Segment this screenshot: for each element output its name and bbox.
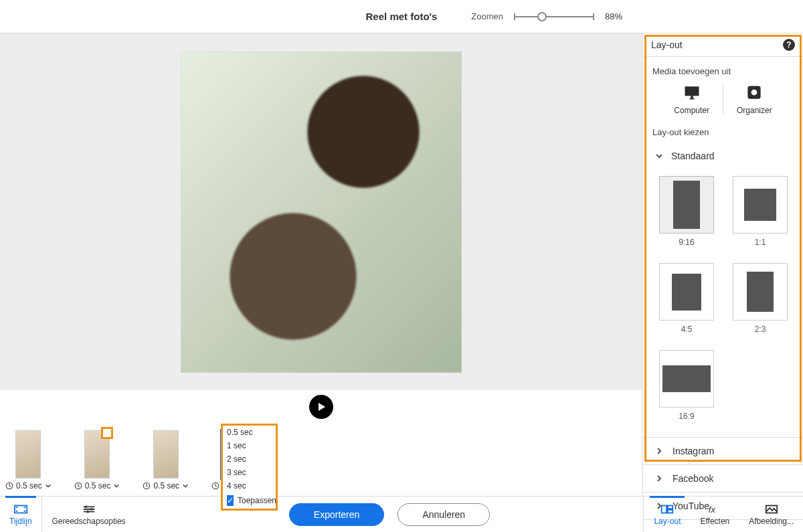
duration-option[interactable]: 1 sec bbox=[223, 439, 276, 452]
highlight-marker bbox=[101, 427, 113, 439]
clip-thumbnail[interactable] bbox=[84, 430, 110, 478]
timeline-strip: 0.5 sec 0.5 sec 0.5 sec bbox=[0, 424, 642, 496]
aspect-ratio-4-5[interactable]: 4:5 bbox=[659, 263, 714, 334]
aspect-ratio-9-16[interactable]: 9:16 bbox=[659, 176, 714, 247]
timeline-clip[interactable]: 0.5 sec bbox=[74, 430, 120, 491]
svg-point-19 bbox=[84, 505, 87, 508]
svg-rect-24 bbox=[668, 509, 673, 513]
timeline-clip[interactable]: 0.5 sec bbox=[5, 430, 52, 491]
svg-rect-14 bbox=[15, 505, 27, 513]
tab-effects[interactable]: fx Effecten bbox=[690, 497, 739, 532]
chevron-down-icon bbox=[182, 482, 189, 489]
clock-icon bbox=[143, 482, 151, 490]
organizer-icon bbox=[745, 83, 764, 102]
svg-rect-18 bbox=[23, 510, 25, 511]
duration-apply-row[interactable]: ✓ Toepassen bbox=[223, 493, 276, 509]
aspect-ratio-1-1[interactable]: 1:1 bbox=[733, 176, 788, 247]
side-panel-title: Lay-out bbox=[651, 39, 683, 50]
play-icon bbox=[317, 402, 327, 412]
side-panel-header: Lay-out ? bbox=[643, 33, 803, 57]
zoom-value: 88% bbox=[605, 11, 622, 21]
layout-icon bbox=[660, 503, 675, 515]
svg-point-20 bbox=[90, 508, 92, 511]
apply-label: Toepassen bbox=[238, 496, 276, 505]
clock-icon bbox=[74, 482, 82, 490]
svg-point-13 bbox=[751, 90, 757, 96]
svg-rect-16 bbox=[15, 510, 17, 511]
clock-icon bbox=[5, 482, 13, 490]
playback-row bbox=[0, 390, 642, 424]
chevron-down-icon bbox=[113, 482, 120, 489]
svg-line-8 bbox=[147, 486, 148, 486]
apply-checkbox[interactable]: ✓ bbox=[227, 495, 234, 506]
layout-group-facebook[interactable]: Facebook bbox=[643, 465, 803, 493]
timeline-clip[interactable]: 0.5 sec bbox=[143, 430, 189, 491]
clip-thumbnail[interactable] bbox=[15, 430, 41, 478]
media-section-title: Media toevoegen uit bbox=[652, 66, 794, 76]
cancel-button[interactable]: Annuleren bbox=[397, 503, 490, 526]
image-icon bbox=[764, 503, 779, 515]
duration-menu-popup: 0.5 sec 1 sec 2 sec 3 sec 4 sec ✓ Toepas… bbox=[221, 424, 278, 511]
aspect-ratio-16-9[interactable]: 16:9 bbox=[659, 350, 714, 421]
clip-duration-dropdown[interactable]: 0.5 sec bbox=[74, 481, 120, 491]
preview-stage bbox=[0, 33, 642, 390]
export-button[interactable]: Exporteren bbox=[289, 503, 384, 526]
chevron-down-icon bbox=[655, 152, 663, 160]
clip-duration-dropdown[interactable]: 0.5 sec bbox=[143, 481, 189, 491]
choose-layout-title: Lay-out kiezen bbox=[652, 127, 794, 137]
zoom-slider[interactable] bbox=[514, 16, 594, 17]
svg-line-5 bbox=[78, 486, 80, 486]
duration-option[interactable]: 3 sec bbox=[223, 466, 276, 479]
bottom-center: Exporteren Annuleren bbox=[136, 497, 644, 532]
fx-icon: fx bbox=[707, 503, 722, 515]
zoom-control: Zoomen 88% bbox=[471, 11, 622, 21]
duration-option[interactable]: 4 sec bbox=[223, 479, 276, 493]
svg-rect-22 bbox=[662, 505, 666, 513]
media-source-computer[interactable]: Computer bbox=[660, 83, 723, 115]
bottom-left-tabs: Tijdlijn Gereedschapsopties bbox=[0, 497, 136, 532]
clock-icon bbox=[211, 482, 219, 490]
sliders-icon bbox=[82, 503, 96, 515]
tab-timeline[interactable]: Tijdlijn bbox=[0, 497, 42, 532]
tab-tool-options[interactable]: Gereedschapsopties bbox=[42, 497, 136, 532]
preview-image[interactable] bbox=[181, 52, 462, 373]
svg-text:fx: fx bbox=[709, 504, 716, 514]
monitor-icon bbox=[683, 83, 701, 102]
bottom-bar: Tijdlijn Gereedschapsopties Exporteren A… bbox=[0, 496, 803, 532]
chevron-right-icon bbox=[655, 447, 663, 455]
svg-point-21 bbox=[86, 510, 89, 513]
zoom-label: Zoomen bbox=[471, 11, 503, 21]
media-sources: Computer Organizer bbox=[652, 83, 794, 115]
filmstrip-icon bbox=[13, 503, 28, 515]
canvas-column: 0.5 sec 0.5 sec 0.5 sec bbox=[0, 33, 642, 496]
main-area: 0.5 sec 0.5 sec 0.5 sec bbox=[0, 33, 803, 496]
page-title: Reel met foto's bbox=[366, 11, 438, 22]
aspect-ratio-grid: 9:16 1:1 4:5 2:3 16:9 bbox=[652, 168, 794, 434]
tab-layout[interactable]: Lay-out bbox=[644, 497, 690, 532]
title-bar: Reel met foto's Zoomen 88% bbox=[0, 0, 803, 33]
duration-option[interactable]: 0.5 sec bbox=[223, 426, 276, 439]
svg-line-2 bbox=[9, 486, 11, 486]
aspect-ratio-2-3[interactable]: 2:3 bbox=[733, 263, 788, 334]
clip-duration-dropdown[interactable]: 0.5 sec bbox=[5, 481, 52, 491]
layout-side-panel: Lay-out ? Media toevoegen uit Computer O… bbox=[642, 33, 803, 496]
duration-option[interactable]: 2 sec bbox=[223, 452, 276, 466]
svg-line-11 bbox=[215, 486, 217, 486]
chevron-down-icon bbox=[45, 482, 52, 489]
svg-rect-23 bbox=[668, 505, 673, 509]
help-icon[interactable]: ? bbox=[783, 39, 795, 51]
media-source-organizer[interactable]: Organizer bbox=[723, 83, 786, 115]
chevron-right-icon bbox=[655, 474, 663, 482]
zoom-slider-thumb[interactable] bbox=[537, 12, 547, 21]
tab-image[interactable]: Afbeelding... bbox=[739, 497, 803, 532]
layout-group-standard[interactable]: Standaard bbox=[652, 144, 794, 168]
clip-thumbnail[interactable] bbox=[153, 430, 179, 478]
svg-rect-17 bbox=[23, 507, 25, 508]
bottom-right-tabs: Lay-out fx Effecten Afbeelding... bbox=[643, 497, 803, 532]
play-button[interactable] bbox=[309, 395, 333, 419]
svg-rect-15 bbox=[15, 507, 17, 508]
layout-group-instagram[interactable]: Instagram bbox=[643, 438, 803, 465]
